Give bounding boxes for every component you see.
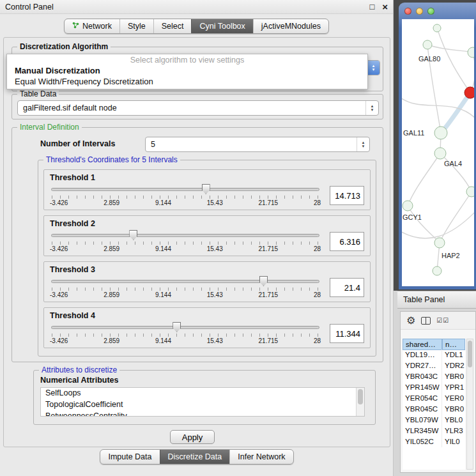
numerical-attributes-list[interactable]: SelfLoops TopologicalCoefficient Between… bbox=[40, 387, 365, 417]
list-item[interactable]: SelfLoops bbox=[41, 388, 364, 399]
attributes-group-title: Attributes to discretize bbox=[39, 365, 119, 374]
network-node[interactable] bbox=[403, 201, 413, 211]
table-header-row: shared… n… bbox=[403, 339, 465, 349]
threshold-value-input[interactable] bbox=[330, 324, 364, 343]
table-cell: YBL079W bbox=[403, 415, 442, 426]
network-node[interactable] bbox=[466, 187, 474, 197]
table-scrollbar[interactable] bbox=[466, 339, 473, 470]
table-row[interactable]: YBR045CYBR0 bbox=[403, 404, 465, 415]
network-node[interactable] bbox=[434, 148, 446, 159]
slider-thumb[interactable] bbox=[129, 230, 137, 240]
combobox-arrows-icon[interactable]: ▲▼ bbox=[365, 101, 378, 115]
slider-ticks bbox=[52, 242, 319, 245]
tab-jactivemnodules[interactable]: jActiveMNodules bbox=[253, 19, 328, 33]
tab-discretize-data[interactable]: Discretize Data bbox=[160, 450, 230, 464]
network-node[interactable] bbox=[464, 87, 474, 98]
scale-label: 9.144 bbox=[155, 199, 171, 206]
list-item[interactable]: TopologicalCoefficient bbox=[41, 399, 364, 411]
table-toolbar: ⚙ ☑☑ bbox=[401, 312, 475, 330]
tab-select[interactable]: Select bbox=[153, 19, 192, 33]
combobox-arrows-icon[interactable]: ▲▼ bbox=[367, 61, 380, 75]
close-icon[interactable]: × bbox=[382, 2, 388, 12]
float-window-icon[interactable]: □ bbox=[369, 3, 374, 11]
threshold-panel: Threshold 2 -3.4262.8599.14415.4321.7152… bbox=[43, 215, 371, 256]
network-node[interactable] bbox=[434, 238, 445, 248]
table-row[interactable]: YDL19…YDL1 bbox=[403, 349, 465, 360]
slider-thumb[interactable] bbox=[173, 322, 181, 332]
top-tabs: Network Style Select Cyni Toolbox jActiv… bbox=[64, 19, 329, 34]
slider-track[interactable] bbox=[51, 234, 319, 237]
threshold-value-input[interactable] bbox=[330, 232, 364, 251]
select-columns-icon[interactable]: ☑☑ bbox=[436, 317, 449, 324]
scale-label: 21.715 bbox=[259, 245, 279, 252]
number-of-intervals-combobox[interactable]: 5 ▲▼ bbox=[145, 137, 370, 152]
table-row[interactable]: YDR27…YDR2 bbox=[403, 360, 465, 371]
zoom-traffic-light[interactable] bbox=[427, 8, 434, 15]
threshold-value-input[interactable] bbox=[330, 186, 364, 205]
apply-button[interactable]: Apply bbox=[170, 430, 215, 444]
scale-label: -3.426 bbox=[50, 337, 68, 344]
table-row[interactable]: YLR345WYLR3 bbox=[403, 426, 465, 436]
network-node[interactable] bbox=[468, 47, 474, 58]
network-node[interactable] bbox=[423, 40, 432, 49]
table-cell: YIL0 bbox=[442, 436, 465, 447]
threshold-panel: Threshold 3 -3.4262.8599.14415.4321.7152… bbox=[43, 261, 371, 302]
tab-cyni-toolbox[interactable]: Cyni Toolbox bbox=[191, 19, 252, 33]
network-node[interactable] bbox=[433, 24, 441, 32]
scrollbar-thumb[interactable] bbox=[468, 341, 472, 367]
table-row[interactable]: YBL079WYBL0 bbox=[403, 415, 465, 426]
dropdown-option-manual-discretization[interactable]: Manual Discretization bbox=[7, 65, 367, 76]
combobox-arrows-icon[interactable]: ▲▼ bbox=[357, 137, 369, 151]
dropdown-option-equal-width-frequency[interactable]: Equal Width/Frequency Discretization bbox=[7, 76, 367, 87]
scale-label: 28 bbox=[314, 245, 321, 252]
cyni-toolbox-panel: Discretization Algorithm ▲▼ Table Data g… bbox=[3, 37, 390, 447]
slider-ticks bbox=[52, 288, 319, 291]
network-edge bbox=[437, 28, 470, 93]
threshold-value-input[interactable] bbox=[330, 278, 364, 297]
slider-track[interactable] bbox=[51, 280, 319, 283]
tab-impute-data[interactable]: Impute Data bbox=[100, 450, 159, 464]
table-row[interactable]: YBR043CYBR0 bbox=[403, 371, 465, 382]
threshold-slider[interactable]: -3.4262.8599.14415.4321.71528 bbox=[50, 321, 321, 346]
threshold-label: Threshold 1 bbox=[50, 173, 364, 182]
slider-scale: -3.4262.8599.14415.4321.71528 bbox=[50, 291, 321, 298]
table-row[interactable]: YIL052CYIL0 bbox=[403, 436, 465, 447]
tab-infer-network[interactable]: Infer Network bbox=[229, 450, 293, 464]
algorithm-group-title: Discretization Algorithm bbox=[17, 42, 111, 51]
columns-icon[interactable] bbox=[421, 317, 431, 325]
slider-scale: -3.4262.8599.14415.4321.71528 bbox=[50, 245, 321, 252]
table-cell: YBR0 bbox=[442, 371, 465, 382]
list-item[interactable]: BetweennessCentrality bbox=[41, 411, 364, 417]
panel-title: Control Panel bbox=[5, 3, 54, 12]
slider-ticks bbox=[52, 334, 319, 337]
slider-track[interactable] bbox=[51, 188, 319, 191]
slider-track[interactable] bbox=[51, 326, 319, 329]
gear-icon[interactable]: ⚙ bbox=[406, 316, 415, 326]
threshold-slider[interactable]: -3.4262.8599.14415.4321.71528 bbox=[50, 229, 321, 254]
tab-label: jActiveMNodules bbox=[261, 22, 321, 31]
table-row[interactable]: YER054CYER0 bbox=[403, 393, 465, 404]
bottom-tabs: Impute Data Discretize Data Infer Networ… bbox=[100, 449, 293, 464]
threshold-slider[interactable]: -3.4262.8599.14415.4321.71528 bbox=[50, 275, 321, 300]
column-header-shared-name[interactable]: shared… bbox=[403, 339, 442, 350]
table-data-combobox[interactable]: galFiltered.sif default node ▲▼ bbox=[17, 100, 379, 116]
network-canvas[interactable]: GAL80GAL11GAL4GCY1HAP2 bbox=[402, 19, 474, 286]
network-node[interactable] bbox=[434, 127, 447, 139]
threshold-slider[interactable]: -3.4262.8599.14415.4321.71528 bbox=[50, 183, 321, 208]
table-row[interactable]: YPR145WYPR1 bbox=[403, 382, 465, 393]
minimize-traffic-light[interactable] bbox=[416, 8, 423, 15]
table-cell: YBR043C bbox=[403, 371, 442, 382]
slider-thumb[interactable] bbox=[259, 276, 268, 286]
scrollbar-thumb[interactable] bbox=[358, 389, 363, 404]
slider-thumb[interactable] bbox=[202, 184, 210, 194]
column-header-name[interactable]: n… bbox=[442, 339, 465, 350]
threshold-label: Threshold 3 bbox=[50, 265, 364, 274]
tab-network[interactable]: Network bbox=[65, 19, 119, 33]
tab-label: Network bbox=[82, 22, 112, 31]
tab-style[interactable]: Style bbox=[119, 19, 153, 33]
close-traffic-light[interactable] bbox=[404, 8, 411, 15]
table-body: YDL19…YDL1YDR27…YDR2YBR043CYBR0YPR145WYP… bbox=[403, 349, 465, 447]
network-node[interactable] bbox=[433, 266, 441, 275]
scale-label: 28 bbox=[314, 291, 321, 298]
list-scrollbar[interactable] bbox=[356, 388, 364, 416]
